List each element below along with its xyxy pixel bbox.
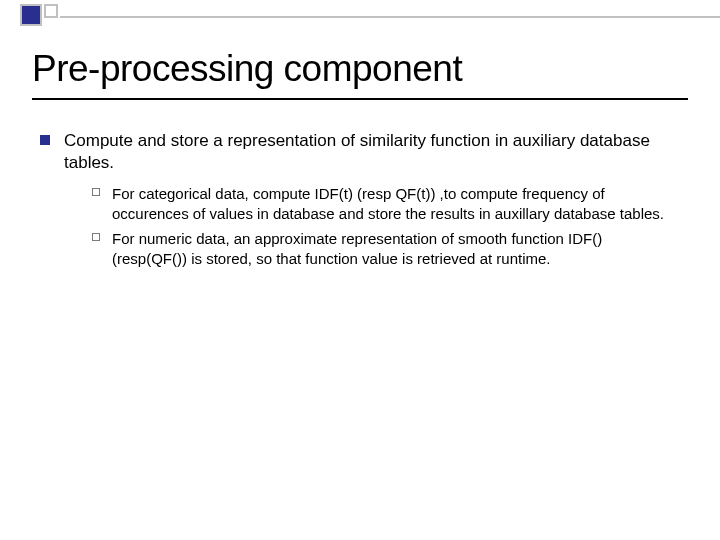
sub-bullet-text: For numeric data, an approximate represe… [112, 229, 680, 268]
title-underline [32, 98, 688, 100]
accent-box-secondary [44, 4, 58, 18]
sub-bullet-list: For categorical data, compute IDF(t) (re… [92, 184, 680, 268]
sub-bullet-row: For numeric data, an approximate represe… [92, 229, 680, 268]
hollow-square-icon [92, 233, 100, 241]
main-bullet-text: Compute and store a representation of si… [64, 130, 680, 174]
hollow-square-icon [92, 188, 100, 196]
slide-title: Pre-processing component [32, 48, 462, 90]
sub-bullet-text: For categorical data, compute IDF(t) (re… [112, 184, 680, 223]
sub-bullet-row: For categorical data, compute IDF(t) (re… [92, 184, 680, 223]
slide-content: Compute and store a representation of si… [40, 130, 680, 274]
accent-box-primary [20, 4, 42, 26]
top-divider [60, 16, 720, 18]
main-bullet-row: Compute and store a representation of si… [40, 130, 680, 174]
bullet-square-icon [40, 135, 50, 145]
